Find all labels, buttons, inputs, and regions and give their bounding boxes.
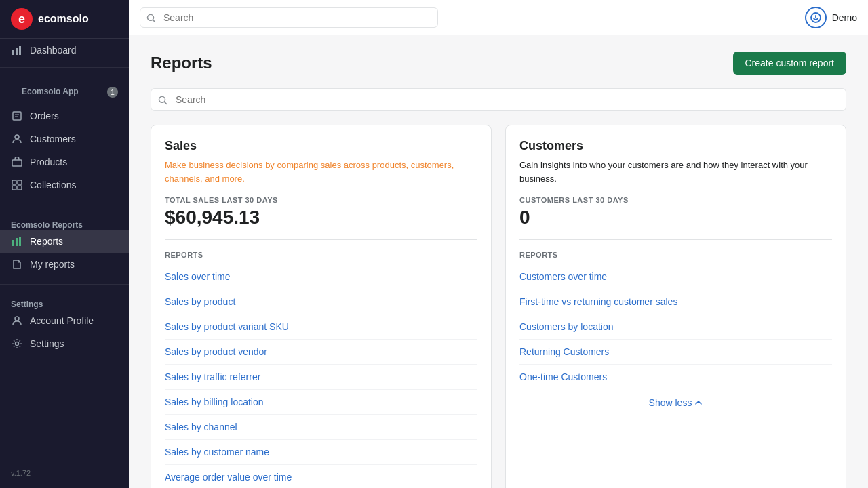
report-link-customers-by-location[interactable]: Customers by location bbox=[519, 314, 832, 340]
reports-search-input[interactable] bbox=[151, 88, 846, 111]
svg-rect-5 bbox=[13, 112, 21, 120]
sidebar-footer: v.1.72 bbox=[0, 464, 129, 488]
report-link-sales-by-customer[interactable]: Sales by customer name bbox=[165, 440, 477, 465]
bar-chart-icon bbox=[11, 44, 23, 56]
sidebar-item-collections[interactable]: Collections bbox=[0, 174, 129, 197]
report-link-customers-over-time[interactable]: Customers over time bbox=[519, 264, 832, 289]
svg-rect-4 bbox=[19, 46, 21, 55]
user-section: Demo bbox=[805, 7, 857, 28]
sidebar-section-reports: Ecomsolo Reports Reports bbox=[0, 211, 129, 279]
svg-rect-12 bbox=[12, 240, 14, 246]
report-link-sales-by-vendor[interactable]: Sales by product vendor bbox=[165, 340, 477, 365]
customers-card-description: Gain insights into who your customers ar… bbox=[519, 159, 832, 185]
sidebar-section-app: Ecomsolo App 1 Orders bbox=[0, 73, 129, 199]
customers-label: Customers bbox=[30, 134, 76, 144]
sidebar-item-settings[interactable]: Settings bbox=[0, 332, 129, 355]
sidebar-item-dashboard[interactable]: Dashboard bbox=[0, 39, 129, 62]
report-link-sales-by-variant[interactable]: Sales by product variant SKU bbox=[165, 314, 477, 340]
products-icon bbox=[11, 156, 23, 168]
report-link-first-vs-returning[interactable]: First-time vs returning customer sales bbox=[519, 289, 832, 314]
account-icon bbox=[11, 314, 23, 327]
sidebar-divider-1 bbox=[0, 67, 129, 68]
customers-card-title: Customers bbox=[519, 139, 832, 153]
report-link-one-time-customers[interactable]: One-time Customers bbox=[519, 365, 832, 389]
settings-icon bbox=[11, 338, 23, 350]
reports-search bbox=[151, 88, 846, 111]
report-link-sales-by-product[interactable]: Sales by product bbox=[165, 289, 477, 314]
svg-point-17 bbox=[148, 14, 154, 20]
svg-rect-9 bbox=[18, 180, 22, 184]
page-header: Reports Create custom report bbox=[151, 52, 846, 75]
customers-stat-label: CUSTOMERS LAST 30 DAYS bbox=[519, 196, 832, 204]
sidebar-section-settings: Settings Account Profile Sett bbox=[0, 290, 129, 358]
svg-point-15 bbox=[15, 317, 19, 321]
customers-show-toggle: Show less bbox=[519, 389, 832, 408]
user-name: Demo bbox=[832, 12, 857, 23]
sidebar-section-app-label: Ecomsolo App bbox=[11, 84, 90, 100]
sidebar: e ecomsolo Dashboard Ecomsolo App 1 bbox=[0, 0, 129, 488]
products-label: Products bbox=[30, 157, 67, 167]
sidebar-item-orders[interactable]: Orders bbox=[0, 104, 129, 127]
svg-point-16 bbox=[16, 342, 19, 346]
chevron-up-icon-2 bbox=[694, 399, 703, 407]
sidebar-item-my-reports[interactable]: My reports bbox=[0, 253, 129, 276]
svg-point-6 bbox=[15, 135, 19, 139]
sales-stat-label: TOTAL SALES LAST 30 DAYS bbox=[165, 196, 477, 204]
svg-rect-8 bbox=[12, 180, 16, 184]
page-title: Reports bbox=[151, 54, 212, 73]
cards-row: Sales Make business decisions by compari… bbox=[151, 125, 846, 488]
orders-icon bbox=[11, 110, 23, 122]
reports-icon bbox=[11, 235, 23, 247]
account-profile-label: Account Profile bbox=[30, 315, 94, 326]
report-link-sales-by-channel[interactable]: Sales by channel bbox=[165, 415, 477, 440]
customers-show-less-button[interactable]: Show less bbox=[649, 397, 703, 408]
main-area: Demo Reports Create custom report bbox=[129, 0, 868, 488]
collections-label: Collections bbox=[30, 180, 76, 190]
sales-card-description: Make business decisions by comparing sal… bbox=[165, 159, 477, 185]
svg-text:e: e bbox=[18, 12, 25, 26]
svg-rect-3 bbox=[16, 48, 18, 55]
report-link-returning-customers[interactable]: Returning Customers bbox=[519, 340, 832, 365]
customers-show-less-label: Show less bbox=[649, 397, 692, 408]
sales-card: Sales Make business decisions by compari… bbox=[151, 125, 492, 488]
app-layout: e ecomsolo Dashboard Ecomsolo App 1 bbox=[0, 0, 868, 488]
customers-reports-label: REPORTS bbox=[519, 251, 832, 259]
user-avatar-icon bbox=[805, 7, 827, 28]
version-text: v.1.72 bbox=[11, 469, 31, 477]
report-link-sales-by-billing[interactable]: Sales by billing location bbox=[165, 390, 477, 415]
topbar-search bbox=[140, 7, 438, 28]
sidebar-section-reports-label: Ecomsolo Reports bbox=[0, 218, 94, 234]
reports-search-icon bbox=[158, 94, 167, 105]
topbar-search-input[interactable] bbox=[140, 7, 438, 28]
settings-label: Settings bbox=[30, 338, 64, 349]
orders-label: Orders bbox=[30, 110, 59, 121]
logo-text: ecomsolo bbox=[38, 13, 89, 25]
reports-label: Reports bbox=[30, 236, 63, 247]
report-link-avg-order-value[interactable]: Average order value over time bbox=[165, 465, 477, 488]
report-link-sales-by-traffic[interactable]: Sales by traffic referrer bbox=[165, 365, 477, 390]
svg-rect-7 bbox=[12, 160, 22, 166]
sidebar-divider-3 bbox=[0, 284, 129, 285]
sidebar-dashboard-label: Dashboard bbox=[30, 45, 77, 56]
sales-reports-list: Sales over time Sales by product Sales b… bbox=[165, 264, 477, 488]
collections-icon bbox=[11, 179, 23, 191]
notification-badge: 1 bbox=[107, 87, 118, 98]
sales-stat-value: $60,945.13 bbox=[165, 207, 477, 240]
svg-rect-2 bbox=[12, 50, 14, 55]
customers-reports-list: Customers over time First-time vs return… bbox=[519, 264, 832, 389]
sidebar-logo: e ecomsolo bbox=[0, 0, 129, 39]
sidebar-section-settings-label: Settings bbox=[0, 297, 54, 313]
sidebar-item-customers[interactable]: Customers bbox=[0, 127, 129, 150]
sales-card-title: Sales bbox=[165, 139, 477, 153]
sidebar-item-products[interactable]: Products bbox=[0, 150, 129, 174]
svg-rect-10 bbox=[12, 186, 16, 190]
content-area: Reports Create custom report Sales bbox=[129, 35, 868, 488]
topbar-search-icon bbox=[146, 12, 156, 22]
sidebar-divider-2 bbox=[0, 205, 129, 205]
sales-reports-label: REPORTS bbox=[165, 251, 477, 259]
svg-rect-13 bbox=[16, 238, 18, 246]
my-reports-icon bbox=[11, 258, 23, 270]
create-custom-report-button[interactable]: Create custom report bbox=[733, 52, 847, 75]
report-link-sales-over-time[interactable]: Sales over time bbox=[165, 264, 477, 289]
svg-rect-11 bbox=[18, 186, 22, 190]
